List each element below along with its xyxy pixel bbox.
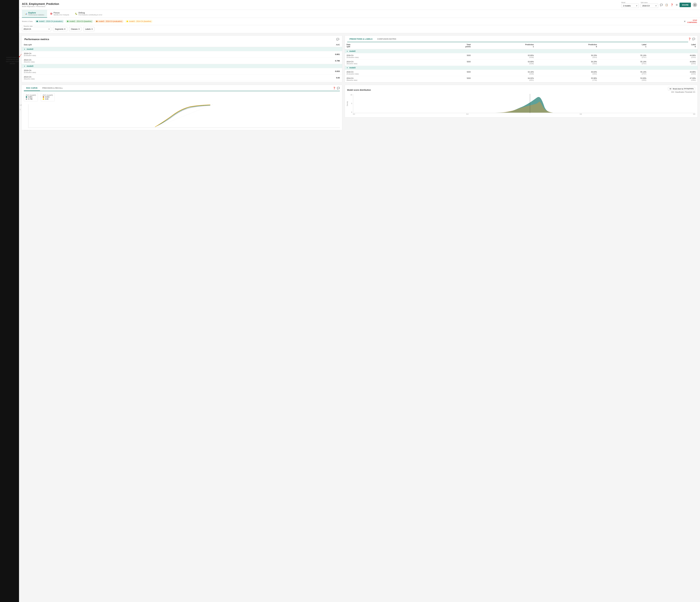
pred-model2-label: ▼ model2 [345,49,698,53]
model-tag-m2-eval[interactable]: model2 - 2016-CA (evaluation) [35,20,64,23]
split-dropdown-arrow: ▾ [655,5,656,7]
predictions-table: Datasplit Totalpoints Prediction1 Predic… [345,42,698,82]
tab-debug[interactable]: 🐛 Debug Find features contributing to er… [72,10,105,18]
focus-icon: 🎯 [50,12,52,15]
svg-line-1 [155,104,213,128]
copy-icon[interactable]: 📋 [665,3,668,6]
m2-eval-label: model2 - 2016-CA (evaluation) [39,20,62,22]
model-dropdown[interactable]: 2 models ▾ [621,4,639,8]
stop-comparing-btn[interactable]: STOPCOMPARING [687,19,697,24]
dist-y-val-5: 5 [351,103,352,104]
close-models-button[interactable]: ✕ [684,20,686,23]
legend-dot-m2-1 [26,96,27,98]
pred-m3-2014-lbl1: 53.00% (2650) [599,76,648,82]
split-dropdown[interactable]: 2016-CA ▾ [641,4,658,8]
roc-y-val-1: 1.2 [20,104,22,106]
tab-predictions-labels[interactable]: PREDICTIONS & LABELS [347,36,375,42]
distribution-svg [353,94,695,113]
model2-row-2014: 2014-CA (Baseline data) 0.796 [22,57,342,64]
panels-row: expand/collapse to show/hide the data us… [19,33,700,602]
nav-tabs: 📊 Explore Performance statistics 🎯 Focus… [19,10,700,18]
pred-m2-2016-row: 2016-CA (Evaluation data) 5000 63.80% (3… [345,53,698,59]
model2-header-row[interactable]: ▼ model2 [22,47,342,51]
roc-chart-area: 1.2 1 [22,103,342,130]
avatar[interactable]: A [693,3,697,7]
m2-2014-auc: 0.796 [227,57,342,64]
model2-header-cell: ▼ model2 [22,47,342,51]
comment-icon[interactable]: 💬 [336,38,339,41]
pred-m2-2014-pred1: 63.80% (3190) [472,59,535,66]
legend-m2-item1: 0.801 [26,96,36,98]
dot-m3-eval [96,21,98,22]
debug-sub: Find features contributing to error [79,14,102,16]
collapse-icon-model2: ▼ [24,48,25,50]
col-pred1-h: Prediction1 [472,42,535,49]
model-tag-m3-base[interactable]: model3 - 2014-CA (baseline) [125,20,153,23]
threshold-label: Classification Threshold: 0.5 [675,91,695,93]
header-icons: 💬 📋 ❓ ⚙ [660,3,678,6]
precision-recall-tab[interactable]: PRECISION & RECALL [40,85,65,91]
pred-m2-2014-lbl0: 44.86% (2243) [648,59,698,66]
roc-curve-tab[interactable]: ROC CURVE [24,85,40,91]
model-tag-m3-eval[interactable]: model3 - 2016-CA (evaluation) [95,20,124,23]
model3-header-row[interactable]: ▼ model3 [22,64,342,68]
pred-model3-header[interactable]: ▼ model3 [345,66,698,70]
segments-label: Segments [55,28,64,30]
model-label: Model [621,2,639,3]
predictions-table-wrap: Datasplit Totalpoints Prediction1 Predic… [345,42,698,82]
models-label: Models & Data: [22,21,33,22]
pred-comment-icon[interactable]: 💬 [692,37,695,41]
app-title: ACS_Employment_Prediction [22,2,59,5]
tab-explore[interactable]: 📊 Explore Performance statistics [22,10,47,18]
labels-label: Labels [85,28,91,30]
dist-x-val-2: 0.6 [580,114,582,115]
classes-button[interactable]: Classes ▾ [69,27,81,31]
header-controls: Model 2 models ▾ Split name 2016-CA ▾ 💬 … [621,2,697,8]
col-lbl0-h: Label0 [648,42,698,49]
pred-model3-label: ▼ model3 [345,66,698,70]
tab-focus[interactable]: 🎯 Focus Identify error hotspots [47,10,72,18]
chat-icon[interactable]: 💬 [660,3,663,6]
baseline-dropdown-arrow: ▾ [49,28,50,30]
segments-button[interactable]: Segments ▾ [53,27,67,31]
settings-icon[interactable]: ⚙ [676,3,678,6]
dist-x-val-0: 0.2 [353,114,355,115]
roc-tabs: ROC CURVE PRECISION & RECALL [24,85,333,91]
legend-dot-m3-1 [43,96,44,98]
pred-m3-2016-lbl0: 44.86% (2243) [648,70,698,76]
help-icon[interactable]: ❓ [671,3,673,6]
dist-y-label: Density [347,101,348,106]
model-dropdown-arrow: ▾ [636,5,637,7]
debug-label: Debug [79,11,102,14]
pred-m3-2014-total: 5000 [427,76,472,82]
classes-label: Classes [71,28,78,30]
col-data-split-h: Datasplit [345,42,427,49]
model-tag-m2-base[interactable]: model2 - 2014-CA (baseline) [66,20,93,23]
m2-2014-split: 2014-CA (Baseline data) [22,57,227,64]
col-pred0-h: Prediction0 [535,42,599,49]
pred-help-icon[interactable]: ❓ [688,37,691,41]
annotation: expand/collapse to show/hide the data us… [5,56,19,65]
breakdown-icon [670,88,671,90]
roc-comment-icon[interactable]: 💬 [337,87,340,90]
pred-tabs: PREDICTIONS & LABELS CONFUSION MATRIX [347,36,687,42]
baseline-dropdown[interactable]: 2014-CA ▾ [22,27,51,31]
labels-button[interactable]: Labels ▾ [83,27,95,31]
models-data-bar: Models & Data: model2 - 2016-CA (evaluat… [19,18,700,25]
m2-2016-auc: 0.801 [227,51,342,57]
baseline-value: 2014-CA [24,28,31,30]
col-data-split: Data split [22,43,227,47]
breakdown-button[interactable]: Break down by TP/TN/FP/FN [668,87,695,91]
legend-m2-val2: 0.796 [28,98,32,100]
distribution-header: Model score distribution Break down by T… [345,85,698,94]
m3-2014-auc: 0.83 [227,74,342,81]
pred-m3-2016-pred0: 36.84% (1842) [535,70,599,76]
pred-m3-2014-split: 2014-CA (Baseline data) [345,76,427,82]
roc-help-icon[interactable]: ❓ [333,87,336,90]
pred-model2-header[interactable]: ▼ model2 [345,49,698,53]
dot-m3-base [127,21,128,22]
legend-m2-title: AUC (model2) [26,94,36,96]
share-button[interactable]: SHARE [679,3,691,7]
tab-confusion-matrix[interactable]: CONFUSION MATRIX [375,36,399,42]
threshold-line: Classification Threshold: 0.5 [671,91,695,93]
